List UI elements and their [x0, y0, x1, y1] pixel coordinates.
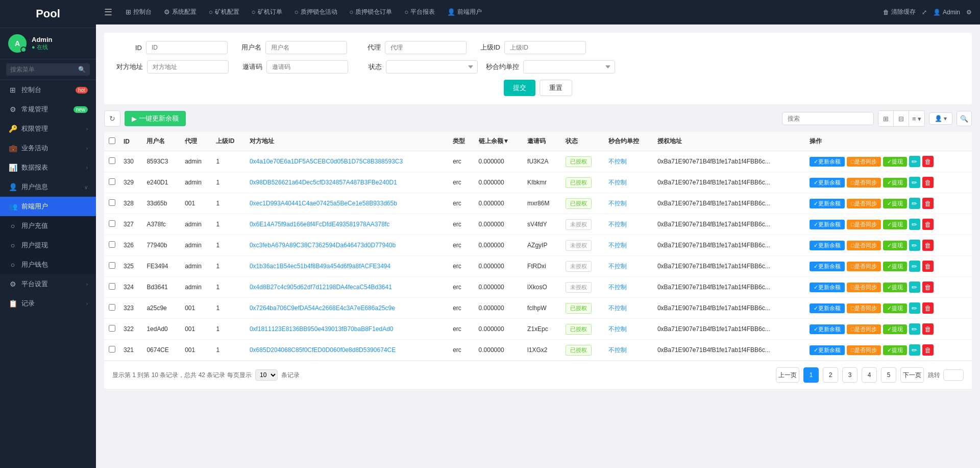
- sync-btn[interactable]: □是否同步: [847, 178, 881, 188]
- edit-button[interactable]: ✏: [909, 261, 920, 272]
- sidebar-item-dashboard[interactable]: ⊞ 控制台 hot: [0, 80, 96, 100]
- row-checkbox[interactable]: [109, 220, 115, 227]
- hamburger-icon[interactable]: ☰: [104, 7, 112, 18]
- withdraw-btn[interactable]: ✓提现: [883, 157, 907, 167]
- row-checkbox[interactable]: [109, 325, 115, 332]
- delete-button[interactable]: 🗑: [922, 240, 934, 251]
- update-balance-btn[interactable]: ✓更新余额: [810, 283, 845, 292]
- update-balance-btn[interactable]: ✓更新余额: [810, 241, 845, 250]
- address-link[interactable]: 0x4d8B27c4c905d62df7d12198DA4fecaC54Bd36…: [250, 284, 392, 291]
- page-3-button[interactable]: 3: [842, 367, 857, 383]
- sync-btn[interactable]: □是否同步: [847, 199, 881, 208]
- superior-id-input[interactable]: [504, 41, 586, 54]
- update-balance-btn[interactable]: ✓更新余额: [810, 199, 845, 208]
- delete-button[interactable]: 🗑: [922, 156, 934, 167]
- sidebar-item-platform-settings[interactable]: ⚙ 平台设置 ›: [0, 274, 96, 294]
- address-link[interactable]: 0x7264ba706C9efDA54Ac2668E4c3A7eE686a25c…: [250, 305, 395, 312]
- withdraw-btn[interactable]: ✓提现: [883, 241, 907, 250]
- sync-btn[interactable]: □是否同步: [847, 303, 881, 313]
- withdraw-btn[interactable]: ✓提现: [883, 303, 907, 313]
- page-5-button[interactable]: 5: [881, 367, 896, 383]
- row-checkbox[interactable]: [109, 304, 115, 311]
- per-page-select[interactable]: 10 20 50: [255, 369, 278, 381]
- edit-button[interactable]: ✏: [909, 219, 920, 230]
- address-link[interactable]: 0x98DB526621a64Dec5cfD324857A487B3FBe240…: [250, 179, 397, 186]
- sidebar-item-business[interactable]: 💼 业务活动 ›: [0, 138, 96, 158]
- delete-button[interactable]: 🗑: [922, 219, 934, 230]
- contract-link[interactable]: 不控制: [608, 346, 627, 354]
- refresh-button[interactable]: ↻: [104, 110, 120, 127]
- row-checkbox[interactable]: [109, 262, 115, 269]
- delete-button[interactable]: 🗑: [922, 302, 934, 314]
- nav-item-miner-orders[interactable]: ○ 矿机订单: [247, 6, 287, 18]
- row-checkbox[interactable]: [109, 157, 115, 164]
- address-link[interactable]: 0x4a10e70E6a1DF5A5CEBC0d05B1D75C8B388593…: [250, 158, 403, 165]
- address-link[interactable]: 0xec1D993A40441C4ae07425a5BeCe1e58B933d6…: [250, 200, 397, 207]
- update-balance-btn[interactable]: ✓更新余额: [810, 324, 845, 334]
- sidebar-item-auth[interactable]: 🔑 权限管理 ›: [0, 119, 96, 138]
- row-checkbox[interactable]: [109, 178, 115, 185]
- page-jump-input[interactable]: [943, 369, 964, 381]
- withdraw-btn[interactable]: ✓提现: [883, 220, 907, 229]
- contract-link[interactable]: 不控制: [608, 179, 627, 186]
- withdraw-btn[interactable]: ✓提现: [883, 178, 907, 188]
- contract-link[interactable]: 不控制: [608, 263, 627, 270]
- sync-btn[interactable]: □是否同步: [847, 262, 881, 271]
- row-checkbox[interactable]: [109, 346, 115, 353]
- edit-button[interactable]: ✏: [909, 344, 920, 356]
- prev-page-button[interactable]: 上一页: [776, 367, 799, 383]
- update-balance-btn[interactable]: ✓更新余额: [810, 157, 845, 167]
- update-balance-btn[interactable]: ✓更新余额: [810, 220, 845, 229]
- sync-btn[interactable]: □是否同步: [847, 345, 881, 355]
- resize-button[interactable]: ⤢: [922, 9, 927, 16]
- table-view-button[interactable]: ⊞: [878, 111, 894, 126]
- sync-btn[interactable]: □是否同步: [847, 283, 881, 292]
- counterparty-input[interactable]: [147, 60, 229, 74]
- address-link[interactable]: 0xf1811123E8136BB950e439013fB70baB8F1edA…: [250, 325, 394, 333]
- update-balance-btn[interactable]: ✓更新余额: [810, 262, 845, 271]
- update-balance-button[interactable]: ▶ 一键更新余额: [125, 111, 186, 126]
- withdraw-btn[interactable]: ✓提现: [883, 199, 907, 208]
- contract-link[interactable]: 不控制: [608, 221, 627, 228]
- delete-button[interactable]: 🗑: [922, 323, 934, 335]
- id-input[interactable]: [146, 41, 228, 54]
- contract-link[interactable]: 不控制: [608, 200, 627, 207]
- next-page-button[interactable]: 下一页: [900, 367, 924, 383]
- withdraw-btn[interactable]: ✓提现: [883, 345, 907, 355]
- sidebar-item-regular[interactable]: ⚙ 常规管理 new: [0, 100, 96, 119]
- agent-input[interactable]: [385, 41, 467, 54]
- sidebar-item-records[interactable]: 📋 记录 ›: [0, 294, 96, 313]
- select-all-checkbox[interactable]: [109, 137, 115, 144]
- withdraw-btn[interactable]: ✓提现: [883, 262, 907, 271]
- page-1-button[interactable]: 1: [803, 367, 819, 383]
- contract-select[interactable]: [523, 60, 615, 74]
- admin-user-button[interactable]: 👤 Admin: [933, 9, 960, 16]
- nav-item-frontend-user[interactable]: 👤 前端用户: [442, 6, 487, 18]
- nav-item-miner-config[interactable]: ○ 矿机配置: [204, 6, 244, 18]
- invite-code-input[interactable]: [266, 60, 348, 74]
- contract-link[interactable]: 不控制: [608, 325, 627, 333]
- nav-item-sys-config[interactable]: ⚙ 系统配置: [159, 6, 202, 18]
- update-balance-btn[interactable]: ✓更新余额: [810, 178, 845, 188]
- sync-btn[interactable]: □是否同步: [847, 324, 881, 334]
- sidebar-item-user-wallet[interactable]: ○ 用户钱包: [0, 255, 96, 274]
- contract-link[interactable]: 不控制: [608, 284, 627, 291]
- edit-button[interactable]: ✏: [909, 198, 920, 209]
- sidebar-item-user-withdraw[interactable]: ○ 用户提现: [0, 236, 96, 255]
- sync-btn[interactable]: □是否同步: [847, 220, 881, 229]
- row-checkbox[interactable]: [109, 241, 115, 248]
- contract-link[interactable]: 不控制: [608, 305, 627, 312]
- delete-button[interactable]: 🗑: [922, 198, 934, 209]
- contract-link[interactable]: 不控制: [608, 242, 627, 249]
- sidebar-item-frontend-user[interactable]: 👥 前端用户: [0, 197, 96, 216]
- edit-button[interactable]: ✏: [909, 240, 920, 251]
- contract-link[interactable]: 不控制: [608, 158, 627, 165]
- nav-item-pledge-activity[interactable]: ○ 质押锁仓活动: [289, 6, 342, 18]
- sidebar-item-data-report[interactable]: 📊 数据报表 ›: [0, 158, 96, 177]
- withdraw-btn[interactable]: ✓提现: [883, 283, 907, 292]
- edit-button[interactable]: ✏: [909, 302, 920, 314]
- edit-button[interactable]: ✏: [909, 323, 920, 335]
- state-select[interactable]: [386, 60, 478, 74]
- edit-button[interactable]: ✏: [909, 156, 920, 167]
- address-link[interactable]: 0x1b36ac1B54ec51b4f8B49a454d6f9a8fACFE34…: [250, 263, 390, 270]
